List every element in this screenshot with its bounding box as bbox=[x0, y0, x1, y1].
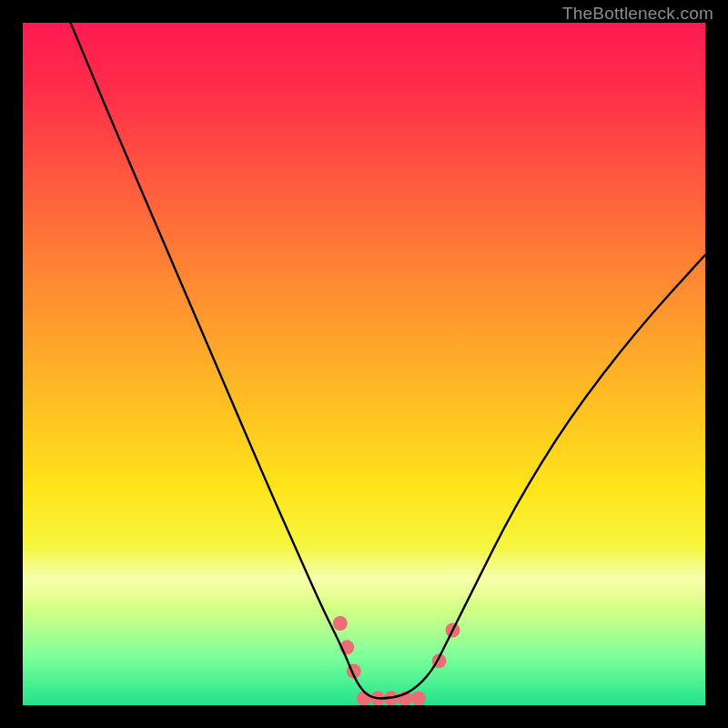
image-frame: TheBottleneck.com bbox=[0, 0, 728, 728]
valley-marker bbox=[333, 616, 348, 631]
bottleneck-curve bbox=[71, 23, 706, 699]
chart-svg bbox=[23, 23, 705, 705]
plot-area bbox=[23, 23, 705, 705]
valley-markers bbox=[333, 616, 460, 705]
valley-marker bbox=[357, 692, 371, 706]
valley-marker bbox=[411, 692, 426, 706]
watermark-text: TheBottleneck.com bbox=[562, 4, 713, 24]
